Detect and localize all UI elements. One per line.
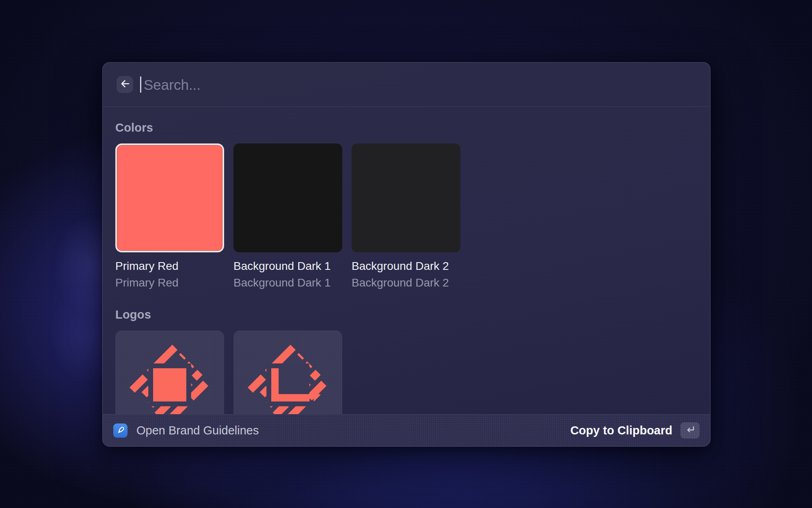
search-header	[103, 63, 710, 107]
arrow-left-icon	[120, 78, 130, 91]
color-swatch-selected[interactable]	[115, 143, 224, 252]
copy-to-clipboard-action[interactable]: Copy to Clipboard	[570, 422, 700, 439]
header-divider	[103, 106, 710, 107]
logos-grid	[115, 330, 698, 414]
section-label-logos: Logos	[115, 308, 698, 321]
color-swatch[interactable]	[352, 143, 460, 252]
color-item-name: Background Dark 1	[233, 260, 342, 273]
color-item-subtitle: Primary Red	[115, 276, 224, 289]
color-item-subtitle: Background Dark 2	[352, 276, 460, 289]
copy-to-clipboard-label: Copy to Clipboard	[570, 424, 672, 437]
logo-item-outline[interactable]	[233, 330, 342, 414]
open-brand-guidelines-action[interactable]: Open Brand Guidelines	[113, 423, 259, 438]
search-input[interactable]	[144, 63, 688, 107]
return-key-icon	[685, 425, 695, 436]
action-bar: Open Brand Guidelines Copy to Clipboard	[103, 414, 710, 446]
paintbrush-icon	[113, 423, 127, 438]
back-button[interactable]	[117, 76, 133, 93]
command-palette-window: Colors Primary Red Primary Red Backgroun…	[102, 62, 710, 447]
colors-grid: Primary Red Primary Red Background Dark …	[115, 143, 698, 289]
logo-item-filled[interactable]	[115, 330, 224, 414]
results-list: Colors Primary Red Primary Red Backgroun…	[103, 107, 710, 414]
brand-logo-outline-square-icon	[244, 341, 332, 414]
open-brand-guidelines-label: Open Brand Guidelines	[136, 424, 259, 437]
color-item-name: Primary Red	[115, 260, 224, 273]
color-item-primary-red[interactable]: Primary Red Primary Red	[115, 143, 224, 289]
brand-logo-filled-square-icon	[125, 341, 214, 414]
color-swatch[interactable]	[233, 143, 342, 252]
desktop-wallpaper: Colors Primary Red Primary Red Backgroun…	[0, 0, 812, 508]
color-item-background-dark-1[interactable]: Background Dark 1 Background Dark 1	[233, 143, 342, 289]
color-item-subtitle: Background Dark 1	[233, 276, 342, 289]
section-label-colors: Colors	[115, 121, 698, 135]
text-caret	[140, 76, 141, 93]
color-item-background-dark-2[interactable]: Background Dark 2 Background Dark 2	[352, 143, 460, 289]
enter-key-hint	[680, 422, 700, 439]
color-item-name: Background Dark 2	[352, 260, 460, 273]
